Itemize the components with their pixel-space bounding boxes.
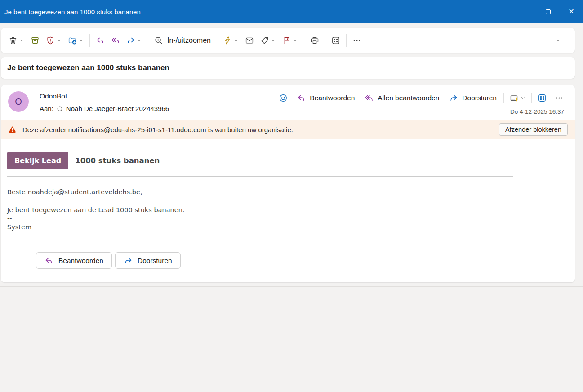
apps-grid-icon — [331, 36, 340, 45]
header-divider — [503, 93, 504, 103]
reply-icon — [297, 94, 306, 102]
to-label: Aan: — [40, 105, 53, 112]
report-button[interactable] — [43, 31, 65, 49]
message-apps-button[interactable] — [534, 94, 551, 102]
quick-steps-button[interactable] — [220, 31, 242, 49]
message-more-button[interactable] — [551, 94, 568, 102]
forward-icon — [126, 36, 135, 45]
ellipsis-icon — [352, 36, 361, 45]
assignment-paragraph: Je bent toegewezen aan de Lead 1000 stuk… — [7, 206, 568, 232]
zoom-button[interactable]: In-/uitzoomen — [151, 31, 214, 49]
flag-icon — [282, 36, 291, 45]
toolbar-overflow-button[interactable] — [552, 31, 564, 49]
subject-bar: Je bent toegewezen aan 1000 stuks banane… — [1, 57, 575, 79]
email-subject: Je bent toegewezen aan 1000 stuks banane… — [7, 63, 169, 72]
email-body: Bekijk Lead 1000 stuks bananen Beste noa… — [1, 139, 575, 282]
more-actions-button[interactable] — [349, 31, 365, 49]
reading-pane-options-button[interactable] — [506, 94, 530, 102]
inline-forward-button[interactable]: Doorsturen — [115, 252, 181, 269]
mail-toolbar: In-/uitzoomen — [1, 28, 575, 53]
window-titlebar: Je bent toegewezen aan 1000 stuks banane… — [0, 0, 583, 23]
view-lead-button[interactable]: Bekijk Lead — [7, 152, 68, 169]
apps-button[interactable] — [328, 31, 343, 49]
message-actions: Beantwoorden Allen beantwoorden Doorstur… — [275, 93, 568, 103]
toolbar-divider — [217, 34, 217, 47]
lightning-icon — [223, 36, 232, 45]
trash-icon — [9, 36, 18, 45]
archive-button[interactable] — [27, 31, 43, 49]
maximize-button[interactable] — [536, 0, 560, 23]
forward-icon — [124, 256, 133, 265]
lead-title: 1000 stuks bananen — [75, 156, 160, 165]
tag-icon — [260, 36, 269, 45]
add-reaction-button[interactable] — [275, 94, 292, 102]
content-bottom-divider — [0, 286, 583, 287]
reply-action-label: Beantwoorden — [310, 94, 355, 102]
toolbar-divider — [325, 34, 325, 47]
chevron-down-icon — [556, 38, 561, 43]
warning-triangle-icon — [8, 125, 17, 134]
reply-all-button[interactable] — [108, 31, 123, 49]
window-title: Je bent toegewezen aan 1000 stuks banane… — [4, 8, 141, 16]
zoom-label: In-/uitzoomen — [167, 36, 211, 45]
block-sender-button[interactable]: Afzender blokkeren — [499, 123, 568, 136]
chevron-down-icon — [233, 38, 239, 43]
body-divider — [7, 176, 513, 177]
message-date: Do 4-12-2025 16:37 — [510, 108, 568, 115]
forward-button[interactable] — [123, 31, 145, 49]
smiley-icon — [279, 94, 288, 102]
reply-all-action-label: Allen beantwoorden — [378, 94, 439, 102]
reply-icon — [96, 36, 105, 45]
reply-button[interactable] — [93, 31, 108, 49]
chevron-down-icon — [19, 38, 24, 43]
move-to-button[interactable] — [65, 31, 87, 49]
window-controls: ✕ — [513, 0, 583, 23]
read-unread-button[interactable] — [242, 31, 257, 49]
close-icon: ✕ — [568, 8, 574, 15]
minimize-icon — [522, 12, 527, 12]
forward-action-button[interactable]: Doorsturen — [444, 94, 502, 102]
categorize-button[interactable] — [257, 31, 279, 49]
sender-avatar[interactable]: O — [8, 91, 29, 112]
inline-reply-button[interactable]: Beantwoorden — [36, 252, 112, 269]
reading-pane-alert-icon — [510, 94, 519, 102]
chevron-down-icon — [56, 38, 62, 43]
ellipsis-icon — [555, 94, 564, 102]
apps-grid-icon — [538, 94, 547, 102]
message-header: O OdooBot Aan: Noah De Jaeger-Braet 2024… — [1, 85, 575, 120]
sender-name[interactable]: OdooBot — [40, 92, 169, 100]
chevron-down-icon — [78, 38, 84, 43]
reply-icon — [45, 256, 53, 265]
forward-icon — [449, 94, 458, 102]
inline-reply-label: Beantwoorden — [58, 257, 103, 265]
chevron-down-icon — [271, 38, 276, 43]
minimize-button[interactable] — [513, 0, 536, 23]
recipient-name[interactable]: Noah De Jaeger-Braet 202443966 — [66, 105, 169, 112]
assignment-text: Je bent toegewezen aan de Lead 1000 stuk… — [7, 206, 568, 214]
external-sender-banner: Deze afzender notifications@edu-ahs-25-i… — [1, 120, 575, 139]
reply-all-icon — [111, 36, 120, 45]
close-button[interactable]: ✕ — [560, 0, 583, 23]
greeting-text: Beste noahdeja@student.arteveldehs.be, — [7, 188, 568, 196]
print-button[interactable] — [307, 31, 322, 49]
delete-button[interactable] — [5, 31, 27, 49]
maximize-icon — [546, 9, 551, 14]
flag-button[interactable] — [279, 31, 301, 49]
header-divider — [531, 93, 532, 103]
toolbar-divider — [304, 34, 304, 47]
reply-action-button[interactable]: Beantwoorden — [292, 94, 360, 102]
recipient-line: Aan: Noah De Jaeger-Braet 202443966 — [40, 105, 169, 112]
reply-all-action-button[interactable]: Allen beantwoorden — [360, 94, 444, 102]
chevron-down-icon — [520, 95, 525, 101]
signature-text: System — [7, 223, 568, 232]
chevron-down-icon — [137, 38, 142, 43]
sender-block: OdooBot Aan: Noah De Jaeger-Braet 202443… — [40, 91, 169, 115]
toolbar-divider — [89, 34, 90, 47]
header-right: Beantwoorden Allen beantwoorden Doorstur… — [275, 91, 568, 115]
signature-separator: -- — [7, 214, 568, 223]
envelope-icon — [245, 36, 254, 45]
presence-circle-icon — [57, 106, 63, 112]
message-card: O OdooBot Aan: Noah De Jaeger-Braet 2024… — [1, 85, 575, 282]
forward-action-label: Doorsturen — [462, 94, 497, 102]
folder-move-icon — [68, 36, 77, 45]
